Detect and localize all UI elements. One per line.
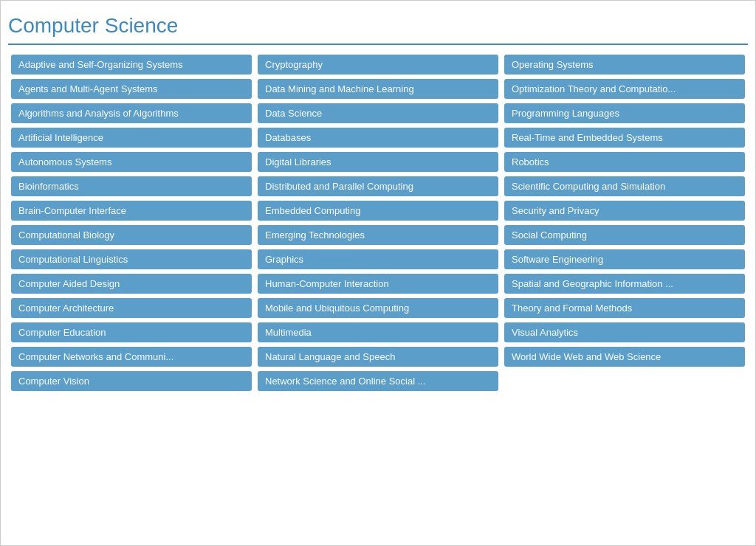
tag-item[interactable]: Algorithms and Analysis of Algorithms — [11, 103, 252, 123]
tag-item[interactable]: Data Science — [258, 103, 498, 123]
tag-item[interactable]: Bioinformatics — [11, 176, 252, 196]
tag-item[interactable]: Distributed and Parallel Computing — [258, 176, 498, 196]
tag-item[interactable]: Network Science and Online Social ... — [258, 371, 498, 391]
tag-item[interactable]: Real-Time and Embedded Systems — [504, 128, 745, 148]
tag-item[interactable]: Spatial and Geographic Information ... — [504, 274, 745, 294]
tag-item[interactable]: Software Engineering — [504, 249, 745, 269]
tag-item[interactable]: Cryptography — [258, 55, 498, 75]
tag-item[interactable]: Computer Aided Design — [11, 274, 252, 294]
tag-item[interactable]: Visual Analytics — [504, 322, 745, 342]
tag-item[interactable]: Operating Systems — [504, 55, 745, 75]
tag-item[interactable]: Natural Language and Speech — [258, 347, 498, 367]
tag-item[interactable]: Human-Computer Interaction — [258, 274, 498, 294]
tag-item[interactable]: Computational Linguistics — [11, 249, 252, 269]
tag-item[interactable]: Computer Vision — [11, 371, 252, 391]
page: Computer Science Adaptive and Self-Organ… — [0, 0, 756, 546]
tag-item[interactable]: Adaptive and Self-Organizing Systems — [11, 55, 252, 75]
tag-item[interactable]: World Wide Web and Web Science — [504, 347, 745, 367]
tag-item[interactable]: Databases — [258, 128, 498, 148]
tag-item[interactable]: Optimization Theory and Computatio... — [504, 79, 745, 99]
tag-item[interactable]: Graphics — [258, 249, 498, 269]
tag-item[interactable]: Computer Education — [11, 322, 252, 342]
tag-item[interactable]: Multimedia — [258, 322, 498, 342]
tag-item[interactable]: Computer Networks and Communi... — [11, 347, 252, 367]
tag-item[interactable]: Computational Biology — [11, 225, 252, 245]
tag-item[interactable]: Emerging Technologies — [258, 225, 498, 245]
tag-item[interactable]: Programming Languages — [504, 103, 745, 123]
tag-item[interactable]: Robotics — [504, 152, 745, 172]
tag-item[interactable]: Digital Libraries — [258, 152, 498, 172]
tag-item[interactable]: Security and Privacy — [504, 201, 745, 221]
tag-item[interactable]: Theory and Formal Methods — [504, 298, 745, 318]
tag-item[interactable]: Agents and Multi-Agent Systems — [11, 79, 252, 99]
tag-item[interactable]: Mobile and Ubiquitous Computing — [258, 298, 498, 318]
tag-item[interactable]: Embedded Computing — [258, 201, 498, 221]
tag-item[interactable]: Scientific Computing and Simulation — [504, 176, 745, 196]
column-2: CryptographyData Mining and Machine Lear… — [255, 52, 501, 393]
tag-item[interactable]: Artificial Intelligence — [11, 128, 252, 148]
tag-item[interactable]: Brain-Computer Interface — [11, 201, 252, 221]
column-1: Adaptive and Self-Organizing SystemsAgen… — [8, 52, 255, 393]
column-3: Operating SystemsOptimization Theory and… — [501, 52, 748, 393]
tag-item[interactable]: Autonomous Systems — [11, 152, 252, 172]
tag-item[interactable]: Computer Architecture — [11, 298, 252, 318]
tag-item[interactable]: Data Mining and Machine Learning — [258, 79, 498, 99]
tags-container: Adaptive and Self-Organizing SystemsAgen… — [8, 52, 748, 393]
tag-item[interactable]: Social Computing — [504, 225, 745, 245]
page-title: Computer Science — [8, 14, 748, 45]
